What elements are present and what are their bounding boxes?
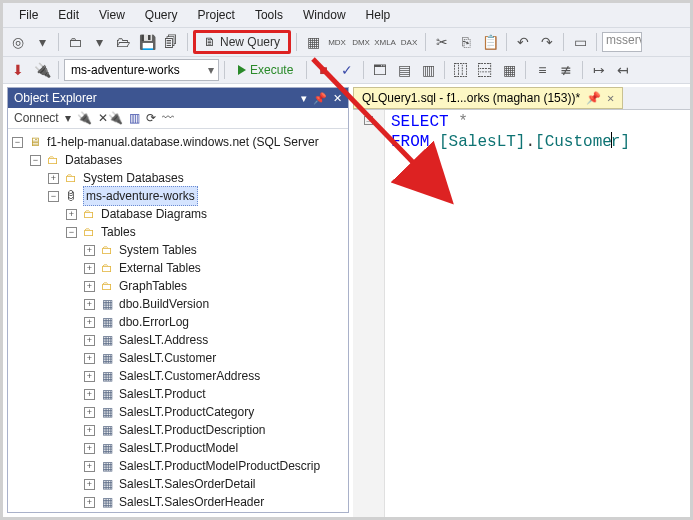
new-project-icon[interactable]: 🗀 (64, 31, 86, 53)
copy-icon[interactable]: ⎘ (455, 31, 477, 53)
code-editor[interactable]: SELECT * FROM [SalesLT].[Customer] (385, 110, 636, 517)
indent-icon[interactable]: ↦ (588, 59, 610, 81)
expand-icon[interactable]: + (84, 389, 95, 400)
tree-server-node[interactable]: − 🖥 f1-help-manual.database.windows.net … (8, 133, 348, 151)
tree-table-node[interactable]: +▦SalesLT.Address (8, 331, 348, 349)
undo-icon[interactable]: ↶ (512, 31, 534, 53)
connection-icon[interactable]: ⬇ (7, 59, 29, 81)
close-icon[interactable]: ✕ (333, 92, 342, 105)
editor-tab[interactable]: QLQuery1.sql - f1...orks (maghan (153))*… (353, 87, 623, 109)
tree-database-node[interactable]: − 🛢 ms-adventure-works (8, 187, 348, 205)
find-icon[interactable]: ▭ (569, 31, 591, 53)
results-grid-icon[interactable]: ▤ (393, 59, 415, 81)
menu-file[interactable]: File (9, 5, 48, 25)
database-dropdown[interactable]: ms-adventure-works ▾ (64, 59, 219, 81)
dax-icon[interactable]: DAX (398, 31, 420, 53)
expand-icon[interactable]: + (84, 353, 95, 364)
menu-help[interactable]: Help (356, 5, 401, 25)
comment-icon[interactable]: ≡ (531, 59, 553, 81)
new-query-button[interactable]: 🗎 New Query (193, 30, 291, 54)
tree-table-node[interactable]: +▦dbo.BuildVersion (8, 295, 348, 313)
expand-icon[interactable]: + (48, 173, 59, 184)
display-plan-icon[interactable]: 🗔 (369, 59, 391, 81)
refresh-icon[interactable]: ⟳ (146, 111, 156, 125)
activity-icon[interactable]: 〰 (162, 111, 174, 125)
uncomment-icon[interactable]: ≢ (555, 59, 577, 81)
cut-icon[interactable]: ✂ (431, 31, 453, 53)
menu-project[interactable]: Project (188, 5, 245, 25)
expand-icon[interactable]: + (84, 317, 95, 328)
close-tab-icon[interactable]: ✕ (607, 91, 614, 105)
tree-system-databases-node[interactable]: + 🗀 System Databases (8, 169, 348, 187)
expand-icon[interactable]: + (66, 209, 77, 220)
menu-window[interactable]: Window (293, 5, 356, 25)
include-plan-icon[interactable]: ⿲ (450, 59, 472, 81)
tree-table-node[interactable]: +▦SalesLT.ProductCategory (8, 403, 348, 421)
query-template-icon[interactable]: ▦ (302, 31, 324, 53)
object-explorer-tree[interactable]: − 🖥 f1-help-manual.database.windows.net … (8, 129, 348, 512)
outdent-icon[interactable]: ↤ (612, 59, 634, 81)
redo-icon[interactable]: ↷ (536, 31, 558, 53)
connect-icon[interactable]: 🔌 (77, 111, 92, 125)
tree-table-node[interactable]: +🗀GraphTables (8, 277, 348, 295)
live-stats-icon[interactable]: ⿳ (474, 59, 496, 81)
search-box[interactable]: msservi (602, 32, 642, 52)
tree-database-diagrams-node[interactable]: + 🗀 Database Diagrams (8, 205, 348, 223)
new-item-icon[interactable]: ▾ (88, 31, 110, 53)
open-icon[interactable]: 🗁 (112, 31, 134, 53)
tree-table-node[interactable]: +▦SalesLT.ProductDescription (8, 421, 348, 439)
pin-icon[interactable]: 📌 (313, 92, 327, 105)
collapse-icon[interactable]: − (12, 137, 23, 148)
tree-tables-node[interactable]: − 🗀 Tables (8, 223, 348, 241)
mdx-icon[interactable]: MDX (326, 31, 348, 53)
dropdown-icon[interactable]: ▾ (301, 92, 307, 105)
tree-table-node[interactable]: +▦SalesLT.CustomerAddress (8, 367, 348, 385)
outline-collapse-icon[interactable]: − (364, 116, 373, 125)
menu-query[interactable]: Query (135, 5, 188, 25)
expand-icon[interactable]: + (84, 497, 95, 508)
save-all-icon[interactable]: 🗐 (160, 31, 182, 53)
client-stats-icon[interactable]: ▦ (498, 59, 520, 81)
tree-table-node[interactable]: +🗀System Tables (8, 241, 348, 259)
tree-table-node[interactable]: +▦SalesLT.ProductModel (8, 439, 348, 457)
expand-icon[interactable]: + (84, 299, 95, 310)
parse-icon[interactable]: ✓ (336, 59, 358, 81)
paste-icon[interactable]: 📋 (479, 31, 501, 53)
stop-icon[interactable]: ■ (312, 59, 334, 81)
tree-table-node[interactable]: +▦SalesLT.ProductModelProductDescrip (8, 457, 348, 475)
expand-icon[interactable]: + (84, 461, 95, 472)
expand-icon[interactable]: + (84, 425, 95, 436)
expand-icon[interactable]: + (84, 371, 95, 382)
tree-databases-node[interactable]: − 🗀 Databases (8, 151, 348, 169)
tree-table-node[interactable]: +▦SalesLT.SalesOrderDetail (8, 475, 348, 493)
menu-view[interactable]: View (89, 5, 135, 25)
expand-icon[interactable]: + (84, 443, 95, 454)
expand-icon[interactable]: + (84, 263, 95, 274)
collapse-icon[interactable]: − (66, 227, 77, 238)
change-connection-icon[interactable]: 🔌 (31, 59, 53, 81)
expand-icon[interactable]: + (84, 407, 95, 418)
expand-icon[interactable]: + (84, 281, 95, 292)
forward-icon[interactable]: ▾ (31, 31, 53, 53)
collapse-icon[interactable]: − (30, 155, 41, 166)
tree-table-node[interactable]: +▦SalesLT.Customer (8, 349, 348, 367)
filter-icon[interactable]: ▥ (129, 111, 140, 125)
connect-button[interactable]: Connect (14, 111, 59, 125)
menu-edit[interactable]: Edit (48, 5, 89, 25)
tree-table-node[interactable]: +▦SalesLT.Product (8, 385, 348, 403)
execute-button[interactable]: Execute (230, 61, 301, 79)
back-icon[interactable]: ◎ (7, 31, 29, 53)
pin-tab-icon[interactable]: 📌 (586, 91, 601, 105)
menu-tools[interactable]: Tools (245, 5, 293, 25)
expand-icon[interactable]: + (84, 479, 95, 490)
disconnect-icon[interactable]: ✕🔌 (98, 111, 123, 125)
expand-icon[interactable]: + (84, 335, 95, 346)
xmla-icon[interactable]: XMLA (374, 31, 396, 53)
save-icon[interactable]: 💾 (136, 31, 158, 53)
tree-table-node[interactable]: +▦SalesLT.SalesOrderHeader (8, 493, 348, 511)
collapse-icon[interactable]: − (48, 191, 59, 202)
tree-table-node[interactable]: +▦dbo.ErrorLog (8, 313, 348, 331)
dmx-icon[interactable]: DMX (350, 31, 372, 53)
results-text-icon[interactable]: ▥ (417, 59, 439, 81)
expand-icon[interactable]: + (84, 245, 95, 256)
